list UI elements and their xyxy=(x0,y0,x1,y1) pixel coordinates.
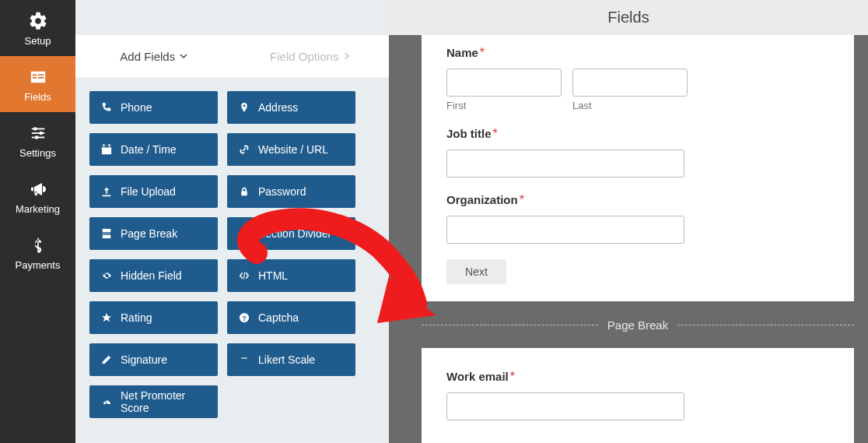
gear-icon xyxy=(27,10,49,32)
svg-point-10 xyxy=(34,135,38,139)
field-button-net-promoter-score[interactable]: Net Promoter Score xyxy=(89,385,218,418)
field-button-label: Section Divider xyxy=(258,227,331,240)
field-button-label: Hidden Field xyxy=(121,269,182,282)
bullhorn-icon xyxy=(27,178,49,200)
svg-rect-13 xyxy=(103,144,105,147)
svg-rect-3 xyxy=(38,74,44,76)
field-button-label: Likert Scale xyxy=(258,353,315,366)
nav-payments[interactable]: Payments xyxy=(0,224,75,280)
star-icon xyxy=(100,311,113,324)
form-page-1: Name* First Last Job title* Organ xyxy=(422,35,854,301)
field-button-address[interactable]: Address xyxy=(227,91,355,124)
field-button-page-break[interactable]: Page Break xyxy=(89,217,218,250)
work-email-input[interactable] xyxy=(446,392,684,420)
add-fields-panel: Add Fields Field Options PhoneAddressDat… xyxy=(75,0,389,443)
field-button-date-time[interactable]: Date / Time xyxy=(89,133,218,166)
chevron-right-icon xyxy=(343,52,351,60)
question-icon: ? xyxy=(238,311,250,324)
phone-icon xyxy=(100,101,113,114)
pencil-icon xyxy=(100,353,113,366)
last-name-input[interactable] xyxy=(572,69,688,97)
arrows-h-icon xyxy=(238,227,250,240)
field-button-rating[interactable]: Rating xyxy=(89,301,218,334)
svg-rect-4 xyxy=(38,77,44,79)
pagebreak-icon xyxy=(100,227,113,240)
gauge-icon xyxy=(100,396,113,408)
nav-payments-label: Payments xyxy=(16,259,61,271)
nav-marketing[interactable]: Marketing xyxy=(0,168,75,224)
tab-field-options[interactable]: Field Options xyxy=(233,35,390,77)
nav-settings[interactable]: Settings xyxy=(0,112,75,168)
preview-header: Fields xyxy=(389,0,868,35)
lock-icon xyxy=(238,185,250,198)
calendar-icon xyxy=(100,143,113,156)
form-page-2: Work email* xyxy=(422,348,854,443)
upload-icon xyxy=(100,185,113,198)
field-organization: Organization* xyxy=(446,193,829,244)
field-button-captcha[interactable]: ?Captcha xyxy=(227,301,355,334)
page-break-divider[interactable]: Page Break xyxy=(422,301,854,348)
field-button-label: Password xyxy=(258,185,306,198)
field-button-file-upload[interactable]: File Upload xyxy=(89,175,218,208)
first-name-input[interactable] xyxy=(446,69,562,97)
field-button-hidden-field[interactable]: Hidden Field xyxy=(89,259,218,292)
tab-field-options-label: Field Options xyxy=(270,50,338,63)
nav-fields-label: Fields xyxy=(24,91,51,103)
eye-slash-icon xyxy=(100,269,113,282)
field-button-html[interactable]: HTML xyxy=(227,259,355,292)
tab-add-fields[interactable]: Add Fields xyxy=(75,35,233,77)
field-button-password[interactable]: Password xyxy=(227,175,355,208)
vertical-nav: Setup Fields Settings Marketing Payments xyxy=(0,0,75,443)
nav-settings-label: Settings xyxy=(19,147,56,159)
field-name: Name* First Last xyxy=(446,46,829,111)
field-job-title: Job title* xyxy=(446,127,829,178)
work-email-label: Work email xyxy=(446,370,509,383)
field-button-likert-scale[interactable]: Likert Scale xyxy=(227,343,355,376)
svg-rect-15 xyxy=(241,191,247,195)
required-marker: * xyxy=(493,127,498,140)
tab-add-fields-label: Add Fields xyxy=(120,50,175,63)
svg-point-22 xyxy=(246,357,247,359)
field-button-phone[interactable]: Phone xyxy=(89,91,218,124)
pin-icon xyxy=(238,101,250,114)
svg-rect-2 xyxy=(32,77,37,79)
field-button-website-url[interactable]: Website / URL xyxy=(227,133,355,166)
field-button-label: Captcha xyxy=(258,311,299,324)
nav-marketing-label: Marketing xyxy=(16,203,60,215)
sliders-icon xyxy=(27,122,49,144)
job-title-input[interactable] xyxy=(446,149,684,178)
page-break-label: Page Break xyxy=(598,318,677,332)
field-buttons-grid: PhoneAddressDate / TimeWebsite / URLFile… xyxy=(75,77,389,432)
field-button-label: Rating xyxy=(121,311,152,324)
required-marker: * xyxy=(480,46,485,59)
nav-setup[interactable]: Setup xyxy=(0,0,75,56)
nav-fields[interactable]: Fields xyxy=(0,56,75,112)
field-button-label: Page Break xyxy=(121,227,177,240)
dollar-icon xyxy=(27,234,49,256)
nav-setup-label: Setup xyxy=(25,35,51,47)
next-button[interactable]: Next xyxy=(446,259,506,284)
svg-rect-1 xyxy=(32,74,37,76)
svg-rect-14 xyxy=(109,144,110,147)
field-button-label: Signature xyxy=(121,353,167,366)
field-button-section-divider[interactable]: Section Divider xyxy=(227,217,355,250)
svg-rect-17 xyxy=(103,235,111,238)
field-button-label: File Upload xyxy=(121,185,176,198)
svg-point-9 xyxy=(39,131,43,135)
code-icon xyxy=(238,269,250,282)
last-sublabel: Last xyxy=(572,100,688,111)
field-button-label: Net Promoter Score xyxy=(121,389,207,414)
dots-icon xyxy=(238,353,250,366)
first-sublabel: First xyxy=(446,100,562,111)
svg-rect-16 xyxy=(103,229,111,232)
field-button-signature[interactable]: Signature xyxy=(89,343,218,376)
organization-input[interactable] xyxy=(446,216,684,244)
form-preview-pane: Fields Name* First Last Job title* xyxy=(389,0,868,443)
chevron-down-icon xyxy=(180,52,187,60)
name-label: Name xyxy=(446,46,478,59)
field-button-label: Phone xyxy=(121,101,152,114)
required-marker: * xyxy=(510,370,515,383)
svg-point-8 xyxy=(33,127,37,131)
form-canvas: Name* First Last Job title* Organ xyxy=(389,35,868,443)
link-icon xyxy=(238,143,250,156)
